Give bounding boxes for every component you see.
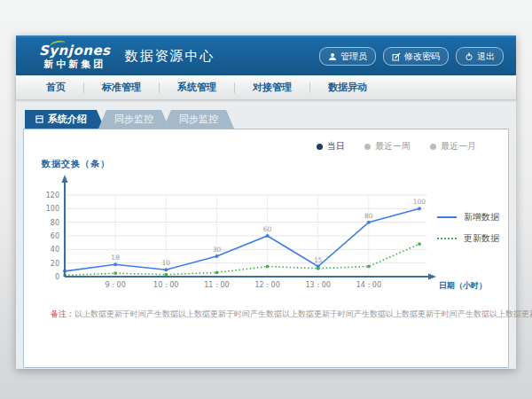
footnote-label: 备注： xyxy=(51,309,74,318)
user-label: 管理员 xyxy=(340,51,367,63)
content-area: 系统介绍同步监控同步监控 当日最近一周最近一月 数据交换（条） 02040608… xyxy=(16,100,516,368)
user-button[interactable]: 管理员 xyxy=(319,47,376,66)
nav-item[interactable]: 首页 xyxy=(28,81,83,94)
radio-label: 最近一月 xyxy=(441,140,476,153)
svg-text:10：00: 10：00 xyxy=(153,281,178,289)
svg-text:12：00: 12：00 xyxy=(254,281,279,289)
header: Synjones 新中新集团 数据资源中心 管理员 修改密码 退出 xyxy=(16,35,516,75)
radio-option[interactable]: 最近一周 xyxy=(364,140,411,153)
nav-bar: 首页标准管理系统管理对接管理数据异动 xyxy=(16,75,516,100)
app-window: Synjones 新中新集团 数据资源中心 管理员 修改密码 退出 首页标准管理… xyxy=(16,35,516,369)
radio-dot-icon xyxy=(364,144,371,150)
legend-label: 更新数据 xyxy=(464,232,499,245)
radio-dot-icon xyxy=(430,144,436,150)
y-axis-title: 数据交换（条） xyxy=(42,158,508,170)
svg-text:10: 10 xyxy=(162,259,171,267)
tab[interactable]: 同步监控 xyxy=(163,110,234,129)
svg-text:30: 30 xyxy=(213,246,222,254)
nav-item[interactable]: 数据异动 xyxy=(310,81,385,94)
svg-text:15: 15 xyxy=(314,256,323,264)
header-actions: 管理员 修改密码 退出 xyxy=(319,47,504,66)
radio-option[interactable]: 当日 xyxy=(317,140,345,153)
chart-legend: 新增数据更新数据 xyxy=(437,211,499,245)
svg-text:60: 60 xyxy=(51,232,59,240)
svg-text:120: 120 xyxy=(46,192,59,200)
svg-text:60: 60 xyxy=(263,225,272,233)
radio-dot-icon xyxy=(317,144,323,150)
footnote: 备注：以上数据更新于时间产生数据以上数据更新于时间产生数据以上数据更新于时间产生… xyxy=(51,309,508,320)
svg-text:13：00: 13：00 xyxy=(306,281,331,289)
radio-option[interactable]: 最近一月 xyxy=(430,140,476,153)
change-password-button[interactable]: 修改密码 xyxy=(383,47,449,66)
nav-item[interactable]: 对接管理 xyxy=(235,81,309,94)
logout-button[interactable]: 退出 xyxy=(456,47,504,66)
svg-text:11：00: 11：00 xyxy=(204,281,229,289)
footnote-text: 以上数据更新于时间产生数据以上数据更新于时间产生数据以上数据更新于时间产生数据以… xyxy=(74,309,532,318)
radio-label: 当日 xyxy=(327,140,345,153)
svg-text:9：00: 9：00 xyxy=(106,281,126,289)
svg-text:20: 20 xyxy=(51,260,59,268)
nav-item[interactable]: 系统管理 xyxy=(160,81,234,94)
tab-label: 同步监控 xyxy=(179,113,218,125)
edit-icon xyxy=(392,52,401,61)
svg-text:0: 0 xyxy=(55,273,59,281)
legend-item[interactable]: 更新数据 xyxy=(437,232,499,245)
power-icon xyxy=(465,52,473,61)
legend-line-icon xyxy=(437,238,457,239)
logout-label: 退出 xyxy=(477,51,495,63)
tab[interactable]: 系统介绍 xyxy=(25,110,105,129)
form-icon xyxy=(35,115,43,123)
chart-area: 0204060801001209：0010：0011：0012：0013：001… xyxy=(33,172,508,298)
change-password-label: 修改密码 xyxy=(404,51,440,63)
tab-label: 系统介绍 xyxy=(48,110,87,129)
x-axis-title: 日期（小时） xyxy=(439,281,487,290)
tab[interactable]: 同步监控 xyxy=(98,110,169,129)
svg-text:14：00: 14：00 xyxy=(356,281,381,289)
logo-text-cn: 新中新集团 xyxy=(39,59,111,69)
svg-text:40: 40 xyxy=(51,246,59,254)
svg-text:18: 18 xyxy=(111,254,120,262)
page-title: 数据资源中心 xyxy=(125,48,215,65)
svg-text:100: 100 xyxy=(413,198,426,206)
legend-line-icon xyxy=(437,216,457,218)
legend-label: 新增数据 xyxy=(464,211,499,223)
time-filter-group: 当日最近一周最近一月 xyxy=(24,129,508,153)
logo: Synjones 新中新集团 xyxy=(39,44,111,69)
svg-text:80: 80 xyxy=(51,219,59,227)
legend-item[interactable]: 新增数据 xyxy=(437,211,499,223)
radio-label: 最近一周 xyxy=(375,140,411,153)
user-icon xyxy=(328,52,337,61)
tab-label: 同步监控 xyxy=(114,113,153,125)
svg-text:100: 100 xyxy=(46,205,59,213)
svg-text:80: 80 xyxy=(364,212,373,220)
tab-bar: 系统介绍同步监控同步监控 xyxy=(23,110,509,129)
content-panel: 当日最近一周最近一月 数据交换（条） 0204060801001209：0010… xyxy=(23,129,509,368)
nav-item[interactable]: 标准管理 xyxy=(84,81,159,94)
